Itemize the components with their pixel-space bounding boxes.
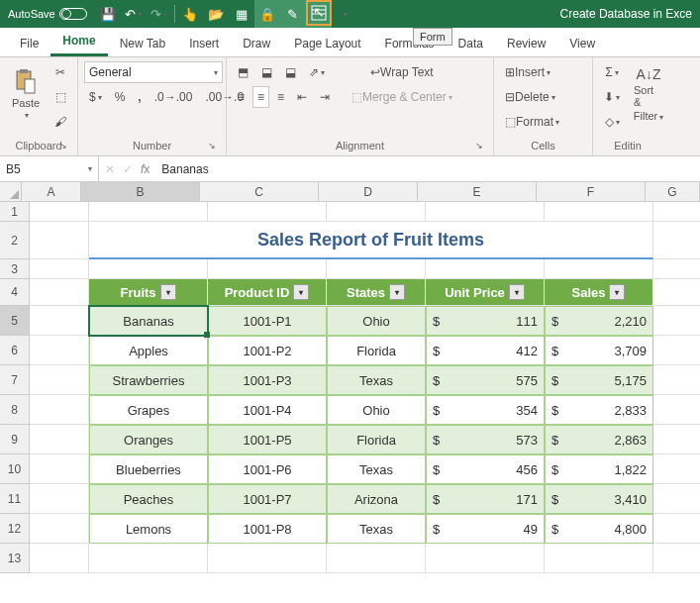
grid-icon[interactable]: ▦ (229, 0, 254, 28)
col-G[interactable]: G (646, 182, 700, 202)
sort-filter-button[interactable]: A↓Z Sort & Filter▾ (629, 61, 668, 127)
cell-fruit[interactable]: Apples (89, 336, 208, 365)
paste-button[interactable]: Paste▾ (6, 61, 46, 127)
cut-icon[interactable]: ✂ (50, 61, 71, 83)
cell-pid[interactable]: 1001-P6 (208, 454, 327, 484)
cell[interactable] (30, 202, 89, 222)
cell-pid[interactable]: 1001-P5 (208, 425, 327, 454)
header-fruits[interactable]: Fruits▾ (89, 279, 208, 306)
form-button[interactable]: ↖ (306, 0, 332, 26)
cell[interactable] (327, 259, 426, 279)
cell-pid[interactable]: 1001-P7 (208, 484, 327, 514)
cell[interactable] (426, 202, 545, 222)
number-launcher[interactable]: ↘ (206, 140, 218, 151)
cell-fruit[interactable]: Bananas (89, 306, 208, 336)
cell-state[interactable]: Texas (327, 365, 426, 395)
cell[interactable] (30, 484, 89, 514)
cell-price[interactable]: $412 (426, 336, 545, 365)
filter-icon[interactable]: ▾ (160, 284, 176, 300)
cell[interactable] (653, 306, 700, 336)
delete-cells-button[interactable]: ⊟ Delete▾ (500, 86, 560, 108)
report-title[interactable]: Sales Report of Fruit Items (89, 222, 653, 259)
cell-sales[interactable]: $3,410 (545, 484, 653, 514)
cell[interactable] (545, 259, 653, 279)
merge-center-button[interactable]: ⬚ Merge & Center▾ (347, 86, 457, 108)
cell[interactable] (653, 425, 700, 454)
cell-sales[interactable]: $2,863 (545, 425, 653, 454)
save-icon[interactable]: 💾 (95, 0, 121, 28)
format-cells-button[interactable]: ⬚ Format▾ (500, 111, 564, 133)
cell[interactable] (30, 395, 89, 425)
header-states[interactable]: States▾ (327, 279, 426, 306)
cell-price[interactable]: $573 (426, 425, 545, 454)
col-E[interactable]: E (418, 182, 537, 202)
tab-insert[interactable]: Insert (177, 31, 231, 56)
tab-new[interactable]: New Tab (108, 31, 177, 56)
orientation-icon[interactable]: ⇗▾ (304, 61, 330, 83)
align-top-icon[interactable]: ⬒ (233, 61, 253, 83)
cell[interactable] (30, 336, 89, 365)
cell-price[interactable]: $111 (426, 306, 545, 336)
customize-qat-icon[interactable]: ▾ (332, 0, 357, 28)
cell-price[interactable]: $354 (426, 395, 545, 425)
cell-fruit[interactable]: Blueberries (89, 454, 208, 484)
cell[interactable] (30, 365, 89, 395)
cell-state[interactable]: Florida (327, 425, 426, 454)
toggle-off-icon[interactable] (59, 8, 87, 20)
tab-pagelayout[interactable]: Page Layout (282, 31, 372, 56)
edit-icon[interactable]: ✎ (280, 0, 306, 28)
cell[interactable] (30, 222, 89, 259)
cell[interactable] (653, 365, 700, 395)
row-8[interactable]: 8 (0, 395, 30, 425)
name-box[interactable]: B5▾ (0, 156, 99, 181)
cell-pid[interactable]: 1001-P2 (208, 336, 327, 365)
cell-sales[interactable]: $2,833 (545, 395, 653, 425)
cell-fruit[interactable]: Lemons (89, 514, 208, 544)
cell-sales[interactable]: $2,210 (545, 306, 653, 336)
cell-pid[interactable]: 1001-P4 (208, 395, 327, 425)
row-7[interactable]: 7 (0, 365, 30, 395)
align-right-icon[interactable]: ≡ (272, 86, 289, 108)
cell[interactable] (653, 454, 700, 484)
tab-file[interactable]: File (8, 31, 50, 56)
cell-price[interactable]: $171 (426, 484, 545, 514)
row-6[interactable]: 6 (0, 336, 30, 365)
cell[interactable] (545, 202, 653, 222)
clear-icon[interactable]: ◇▾ (599, 111, 625, 133)
cell[interactable] (653, 514, 700, 544)
filter-icon[interactable]: ▾ (509, 284, 525, 300)
cell[interactable] (653, 336, 700, 365)
align-left-icon[interactable]: ≡ (233, 86, 250, 108)
cell[interactable] (653, 259, 700, 279)
tab-review[interactable]: Review (495, 31, 557, 56)
cell-state[interactable]: Ohio (327, 395, 426, 425)
cell[interactable] (653, 544, 700, 573)
row-4[interactable]: 4 (0, 279, 30, 306)
tab-draw[interactable]: Draw (231, 31, 282, 56)
align-center-icon[interactable]: ≡ (252, 86, 269, 108)
cell-state[interactable]: Texas (327, 514, 426, 544)
cell[interactable] (208, 259, 327, 279)
row-13[interactable]: 13 (0, 544, 30, 573)
header-sales[interactable]: Sales▾ (545, 279, 653, 306)
filter-icon[interactable]: ▾ (293, 284, 309, 300)
row-3[interactable]: 3 (0, 259, 30, 279)
format-painter-icon[interactable]: 🖌 (50, 111, 71, 133)
copy-icon[interactable]: ⬚ (50, 86, 71, 108)
cell[interactable] (30, 279, 89, 306)
cell-pid[interactable]: 1001-P1 (208, 306, 327, 336)
tab-data[interactable]: Data (447, 31, 495, 56)
number-format-combo[interactable]: General▾ (84, 61, 223, 83)
cell-price[interactable]: $575 (426, 365, 545, 395)
cell-fruit[interactable]: Grapes (89, 395, 208, 425)
fill-icon[interactable]: ⬇▾ (599, 86, 625, 108)
cell[interactable] (30, 306, 89, 336)
cell[interactable] (426, 544, 545, 573)
cell[interactable] (327, 544, 426, 573)
col-D[interactable]: D (319, 182, 418, 202)
cell-pid[interactable]: 1001-P3 (208, 365, 327, 395)
cancel-formula-icon[interactable]: ✕ (105, 162, 115, 176)
cell-price[interactable]: $49 (426, 514, 545, 544)
filter-icon[interactable]: ▾ (609, 284, 625, 300)
comma-icon[interactable]: , (133, 86, 146, 108)
